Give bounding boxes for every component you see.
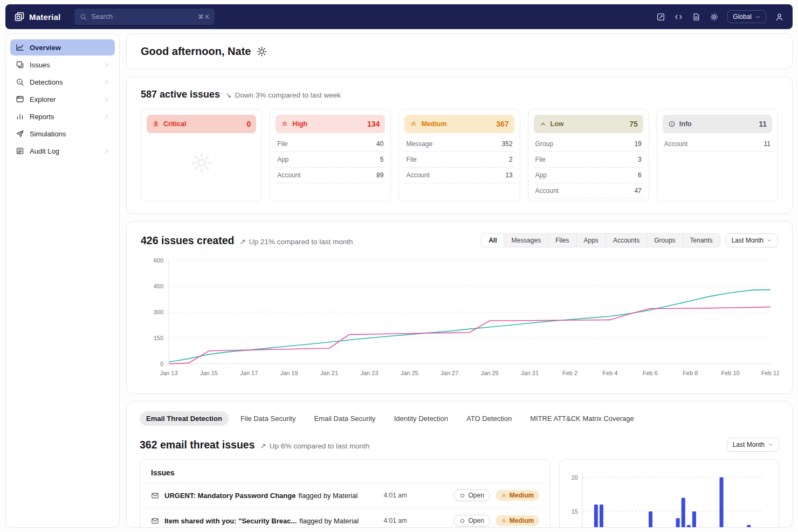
svg-text:Feb 6: Feb 6 [643,370,658,376]
issue-time: 4:01 am [383,517,448,524]
severity-label: Medium [421,120,446,128]
svg-text:Jan 21: Jan 21 [320,370,338,376]
chevron-down-icon [755,14,761,20]
detection-tab-ato-detection[interactable]: ATO Detection [460,411,518,426]
compose-icon[interactable] [656,12,665,22]
severity-label: Critical [163,120,186,128]
email-threats-range-select[interactable]: Last Month [727,438,779,452]
detection-tab-email-data-security[interactable]: Email Data Security [307,411,382,426]
layout: OverviewIssuesDetectionsExplorerReportsS… [0,29,798,528]
detection-tab-file-data-security[interactable]: File Data Security [234,411,302,426]
severity-label: Low [551,120,564,128]
sidebar-item-audit-log[interactable]: Audit Log [10,143,115,159]
sidebar-item-simulations[interactable]: Simulations [10,126,115,142]
nav-icon-group [656,12,719,22]
brand-name: Material [29,12,60,22]
sidebar-item-label: Simulations [30,130,66,138]
brand[interactable]: Material [14,11,60,22]
severity-card-medium[interactable]: Medium367Message352File2Account13 [398,109,520,202]
global-scope-label: Global [733,13,752,20]
severity-breakdown-row: Account89 [276,168,385,183]
sidebar-item-label: Reports [30,113,54,121]
severity-badge[interactable]: Medium [496,490,539,501]
severity-card-high[interactable]: High134File40App5Account89 [270,109,391,202]
detection-tab-identity-detection[interactable]: Identity Detection [388,411,455,426]
svg-text:Feb 10: Feb 10 [721,370,739,376]
severity-chip: Critical0 [147,115,256,133]
svg-text:300: 300 [154,309,163,315]
chevrons-up-2-icon [281,120,288,128]
severity-chip: High134 [276,115,385,133]
search-box[interactable]: ⌘ K [74,9,215,25]
global-scope-button[interactable]: Global [727,10,766,23]
svg-text:Jan 17: Jan 17 [240,370,258,376]
severity-breakdown-row: Account13 [404,168,514,183]
issues-list-header: Issues [140,460,550,482]
issues-list: URGENT: Mandatory Password Changeflagged… [140,482,550,528]
chevron-down-icon [768,442,773,447]
filter-tab-files[interactable]: Files [548,234,576,247]
open-status-icon [459,518,465,524]
svg-text:Feb 4: Feb 4 [602,370,617,376]
filter-tab-messages[interactable]: Messages [504,234,548,247]
filter-tab-accounts[interactable]: Accounts [606,234,647,247]
trend-up-arrow-icon: ↗ [239,237,245,246]
active-issues-trend: ↘ Down 3% compared to last week [225,91,341,99]
severity-count: 75 [629,120,638,128]
trend-down-arrow-icon: ↘ [225,91,231,99]
document-icon[interactable] [692,12,701,22]
severity-badge[interactable]: Medium [496,515,539,526]
email-threats-trend: ↗ Up 6% compared to last month [260,441,370,450]
severity-breakdown-row: Account11 [663,136,772,152]
search-input[interactable] [91,13,194,20]
svg-text:Feb 12: Feb 12 [761,370,779,376]
sidebar-item-reports[interactable]: Reports [10,108,115,125]
filter-tab-apps[interactable]: Apps [577,234,606,247]
filter-tab-groups[interactable]: Groups [647,234,683,247]
decorative-gear-icon [189,150,214,175]
severity-breakdown-row: File3 [534,152,643,168]
main-content: Good afternoon, Nate 587 active issues ↘… [126,33,793,528]
settings-icon[interactable] [710,12,719,22]
copy-icon [16,60,24,69]
severity-breakdown-row: App5 [276,152,385,168]
svg-text:Jan 29: Jan 29 [481,370,499,376]
sidebar-item-detections[interactable]: Detections [10,74,115,90]
issue-row[interactable]: Item shared with you: "Security Breac...… [140,508,550,528]
issue-time: 4:01 am [383,492,448,499]
issues-created-range-select[interactable]: Last Month [726,233,778,247]
chevron-right-icon [104,148,109,154]
severity-card-critical[interactable]: Critical0 [141,109,262,202]
code-icon[interactable] [674,12,683,22]
sidebar-item-label: Audit Log [30,147,59,155]
severity-breakdown-row: Account47 [534,183,643,199]
svg-text:Feb 8: Feb 8 [683,370,698,376]
severity-breakdown-row: File40 [276,136,385,152]
severity-card-low[interactable]: Low75Group19File3App6Account47 [528,109,649,202]
sidebar-item-explorer[interactable]: Explorer [10,91,115,107]
sidebar-item-overview[interactable]: Overview [10,39,115,56]
svg-text:Jan 13: Jan 13 [160,370,177,376]
filter-tab-tenants[interactable]: Tenants [683,234,720,247]
issues-created-card: 426 issues created ↗ Up 21% compared to … [126,221,793,394]
detection-tabs: Email Threat DetectionFile Data Security… [127,402,792,428]
detection-tab-email-threat-detection[interactable]: Email Threat Detection [140,411,229,426]
severity-grid: Critical0High134File40App5Account89Mediu… [141,109,778,202]
chevron-right-icon [104,114,109,120]
svg-text:0: 0 [160,361,163,367]
severity-card-info[interactable]: Info11Account11 [657,109,778,202]
search-icon [80,13,87,20]
nav-actions: Global [656,10,784,23]
trend-up-arrow-icon: ↗ [260,441,266,450]
user-icon[interactable] [775,12,784,22]
detection-tab-mitre-att-ck-matrix-coverage[interactable]: MITRE ATT&CK Matrix Coverage [524,411,641,426]
filter-tab-all[interactable]: All [481,234,504,247]
status-badge[interactable]: Open [453,489,490,501]
sidebar-item-label: Issues [30,61,50,69]
sidebar-item-issues[interactable]: Issues [10,57,115,73]
severity-count: 0 [246,120,251,128]
issue-row[interactable]: URGENT: Mandatory Password Changeflagged… [140,482,550,508]
radar-icon [16,78,24,86]
status-badge[interactable]: Open [453,515,490,527]
mail-icon [151,517,159,525]
